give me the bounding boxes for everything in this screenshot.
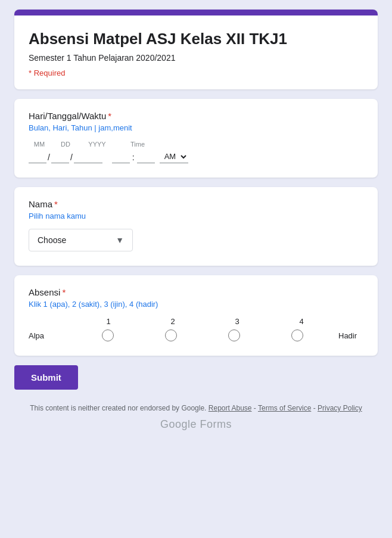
absensi-hint: Klik 1 (apa), 2 (sakit), 3 (ijin), 4 (ha…	[29, 300, 363, 309]
radio-2[interactable]	[165, 329, 177, 341]
time-label: Time	[123, 141, 153, 148]
datetime-hint: Bulan, Hari, Tahun | jam,menit	[29, 123, 363, 132]
radio-cell-4[interactable]	[279, 329, 315, 341]
footer-note-text: This content is neither created nor endo…	[30, 404, 206, 412]
dd-label: DD	[55, 141, 76, 148]
form-title: Absensi Matpel ASJ Kelas XII TKJ1	[29, 30, 363, 48]
report-abuse-link[interactable]: Report Abuse	[209, 404, 252, 412]
date-sep-2: /	[69, 153, 74, 163]
minute-input[interactable]	[137, 151, 155, 163]
form-subtitle: Semester 1 Tahun Pelajaran 2020/2021	[29, 53, 363, 63]
privacy-link[interactable]: Privacy Policy	[318, 404, 362, 412]
radio-cell-1[interactable]	[90, 329, 126, 341]
time-colon: :	[131, 153, 136, 163]
date-sep-1: /	[46, 153, 51, 163]
mm-label: MM	[29, 141, 50, 148]
radio-cell-2[interactable]	[153, 329, 189, 341]
col-header-4: 4	[284, 317, 319, 326]
col-header-1: 1	[91, 317, 126, 326]
yyyy-label: YYYY	[81, 141, 113, 148]
day-input[interactable]	[51, 151, 69, 163]
month-input[interactable]	[29, 151, 46, 163]
radio-3[interactable]	[228, 329, 240, 341]
radio-cell-3[interactable]	[216, 329, 252, 341]
nama-hint: Pilih nama kamu	[29, 212, 363, 220]
footer-sep-2: -	[313, 404, 318, 412]
submit-button[interactable]: Submit	[14, 365, 78, 390]
absensi-field-label: Absensi*	[29, 287, 363, 297]
year-input[interactable]	[74, 151, 102, 163]
row-label-alpa: Alpa	[29, 331, 76, 340]
google-forms-brand: Google Forms	[14, 418, 378, 431]
col-header-2: 2	[155, 317, 191, 326]
required-note: * Required	[29, 69, 363, 77]
dropdown-arrow-icon: ▼	[116, 235, 124, 245]
row-label-hadir: Hadir	[334, 331, 363, 340]
footer: This content is neither created nor endo…	[14, 404, 378, 431]
footer-sep-1: -	[254, 404, 258, 412]
terms-link[interactable]: Terms of Service	[258, 404, 311, 412]
radio-4[interactable]	[291, 329, 303, 341]
col-header-3: 3	[219, 317, 255, 326]
datetime-field-label: Hari/Tanggal/Waktu*	[29, 111, 363, 121]
nama-dropdown[interactable]: Choose ▼	[29, 229, 133, 251]
submit-button-wrap: Submit	[14, 365, 378, 390]
ampm-select[interactable]: AM PM	[160, 150, 188, 163]
hour-input[interactable]	[112, 151, 130, 163]
nama-field-label: Nama*	[29, 199, 363, 209]
choose-label: Choose	[38, 235, 66, 245]
radio-1[interactable]	[102, 329, 114, 341]
